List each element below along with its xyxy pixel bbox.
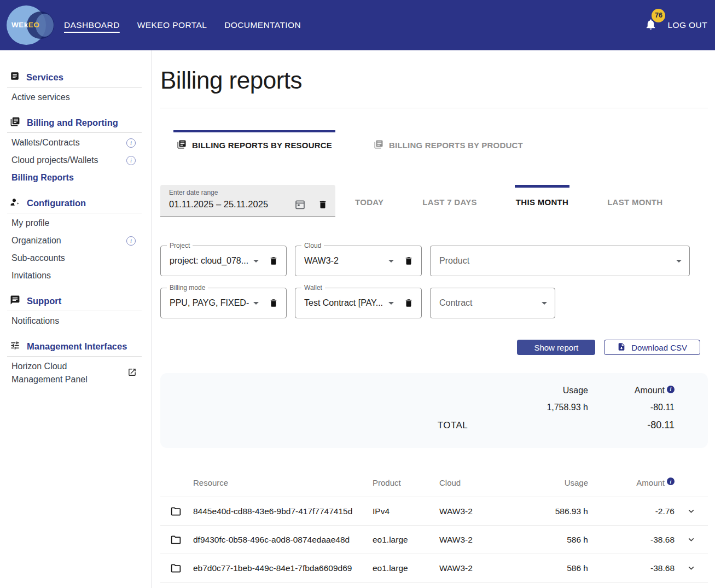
cloud-select[interactable]: Cloud WAW3-2 xyxy=(295,246,422,276)
tab-label: BILLING REPORTS BY RESOURCE xyxy=(192,141,332,150)
cell-usage: 586.93 h xyxy=(521,507,588,516)
table-row: eb7d0c77-1beb-449c-84e1-7fbda6609d69 eo1… xyxy=(160,554,708,583)
sidebar-item-my-profile[interactable]: My profile xyxy=(0,214,151,232)
col-header-usage: Usage xyxy=(521,478,588,487)
nav-link-wekeo-portal[interactable]: WEKEO PORTAL xyxy=(137,20,207,30)
expand-row-chevron-icon[interactable] xyxy=(687,507,696,516)
wekeo-logo[interactable]: WEkEO xyxy=(7,5,47,45)
cell-cloud: WAW3-2 xyxy=(439,507,521,516)
wallet-select-label: Wallet xyxy=(301,284,325,292)
table-row: df9430fc-0b58-496c-a0d8-0874edaae48d eo1… xyxy=(160,526,708,554)
sidebar-item-label: Organization xyxy=(11,236,61,246)
clear-wallet-trash-icon[interactable] xyxy=(404,298,414,308)
info-icon[interactable] xyxy=(667,386,675,393)
chevron-down-icon xyxy=(253,260,259,263)
tab-label: BILLING REPORTS BY PRODUCT xyxy=(389,141,523,150)
library-books-icon xyxy=(374,139,383,151)
sidebar-item-active-services[interactable]: Active services xyxy=(0,89,151,106)
divider xyxy=(7,356,142,357)
sidebar-item-billing-reports[interactable]: Billing Reports xyxy=(0,169,151,187)
sidebar-item-horizon-cloud-panel[interactable]: Horizon Cloud Management Panel xyxy=(0,358,151,388)
divider xyxy=(7,213,142,213)
sidebar-section-management-interfaces-header: Management Interfaces xyxy=(0,340,151,353)
period-quick-filters: TODAY LAST 7 DAYS THIS MONTH LAST MONTH xyxy=(354,185,700,217)
filters: Project project: cloud_078... Cloud WAW3… xyxy=(160,246,708,318)
library-books-icon xyxy=(177,139,187,151)
manage-accounts-icon xyxy=(10,197,20,209)
tab-billing-reports-by-product[interactable]: BILLING REPORTS BY PRODUCT xyxy=(370,130,526,156)
contract-select[interactable]: Contract xyxy=(430,288,555,318)
col-header-product: Product xyxy=(373,478,439,487)
project-select[interactable]: Project project: cloud_078... xyxy=(160,246,287,276)
cloud-select-value: WAW3-2 xyxy=(304,256,384,266)
clear-project-trash-icon[interactable] xyxy=(269,255,278,266)
cell-product: eo1.large xyxy=(373,535,439,545)
notifications-bell-button[interactable]: 76 xyxy=(644,18,657,33)
nav-link-dashboard[interactable]: DASHBOARD xyxy=(64,20,120,30)
section-title: Services xyxy=(26,72,63,83)
tab-billing-reports-by-resource[interactable]: BILLING REPORTS BY RESOURCE xyxy=(173,130,335,156)
calendar-icon[interactable] xyxy=(294,199,306,210)
info-icon[interactable] xyxy=(126,236,136,246)
clear-billing-mode-trash-icon[interactable] xyxy=(269,298,278,308)
divider xyxy=(7,132,142,133)
col-header-amount: Amount xyxy=(588,478,675,488)
period-today[interactable]: TODAY xyxy=(354,185,385,217)
clear-cloud-trash-icon[interactable] xyxy=(404,255,414,266)
period-last-7-days[interactable]: LAST 7 DAYS xyxy=(421,185,478,217)
wallet-select-value: Test Contract [PAY... xyxy=(304,298,384,308)
cell-amount: -38.68 xyxy=(588,535,675,545)
period-last-month[interactable]: LAST MONTH xyxy=(606,185,664,217)
info-icon[interactable] xyxy=(126,138,136,148)
billing-mode-select-value: PPU, PAYG, FIXED-... xyxy=(170,298,249,308)
cell-resource: eb7d0c77-1beb-449c-84e1-7fbda6609d69 xyxy=(193,563,373,573)
nav-links: DASHBOARD WEKEO PORTAL DOCUMENTATION xyxy=(64,20,301,30)
section-title: Management Interfaces xyxy=(27,341,127,352)
cell-product: eo1.large xyxy=(373,563,439,573)
expand-row-chevron-icon[interactable] xyxy=(687,563,696,573)
sidebar-section-configuration: Configuration My profile Organization Su… xyxy=(0,196,151,284)
clear-date-trash-icon[interactable] xyxy=(318,199,328,210)
sidebar-item-notifications[interactable]: Notifications xyxy=(0,312,151,330)
info-icon[interactable] xyxy=(126,156,136,165)
sidebar-item-organization[interactable]: Organization xyxy=(0,232,151,249)
cell-cloud: WAW3-2 xyxy=(439,563,521,573)
nav-right: 76 LOG OUT xyxy=(644,18,707,33)
period-this-month[interactable]: THIS MONTH xyxy=(515,185,569,217)
billing-mode-select[interactable]: Billing mode PPU, PAYG, FIXED-... xyxy=(160,288,287,318)
show-report-button[interactable]: Show report xyxy=(517,340,595,355)
logout-button[interactable]: LOG OUT xyxy=(667,20,707,30)
cell-usage: 586 h xyxy=(521,535,588,545)
sidebar-section-configuration-header: Configuration xyxy=(0,196,151,209)
download-csv-button[interactable]: Download CSV xyxy=(604,340,700,355)
report-tabs: BILLING REPORTS BY RESOURCE BILLING REPO… xyxy=(160,130,708,156)
sidebar-item-cloud-projects-wallets[interactable]: Cloud projects/Wallets xyxy=(0,152,151,169)
section-title: Configuration xyxy=(27,198,86,208)
sidebar-section-services: Services Active services xyxy=(0,71,151,106)
sidebar-item-sub-accounts[interactable]: Sub-accounts xyxy=(0,249,151,267)
expand-row-chevron-icon[interactable] xyxy=(687,535,696,544)
info-icon[interactable] xyxy=(667,478,675,485)
contract-select-placeholder: Contract xyxy=(439,298,537,308)
sidebar-item-wallets-contracts[interactable]: Wallets/Contracts xyxy=(0,134,151,152)
summary-amount-header: Amount xyxy=(588,386,675,395)
sidebar-section-management-interfaces: Management Interfaces Horizon Cloud Mana… xyxy=(0,340,151,388)
section-title: Support xyxy=(27,296,61,306)
date-range-label: Enter date range xyxy=(169,189,328,196)
main-content: Billing reports BILLING REPORTS BY RESOU… xyxy=(152,50,715,588)
sidebar-section-support-header: Support xyxy=(0,294,151,307)
actions-row: Show report Download CSV xyxy=(160,340,708,355)
billing-mode-select-label: Billing mode xyxy=(167,284,208,292)
nav-link-documentation[interactable]: DOCUMENTATION xyxy=(224,20,301,30)
sidebar-item-invitations[interactable]: Invitations xyxy=(0,267,151,284)
wallet-select[interactable]: Wallet Test Contract [PAY... xyxy=(295,288,422,318)
cell-resource: 8445e40d-cd88-43e6-9bd7-417f7747415d xyxy=(193,507,373,516)
summary-usage-header: Usage xyxy=(468,386,588,395)
date-range-input[interactable]: Enter date range 01.11.2025 – 25.11.2025 xyxy=(160,185,335,217)
product-select[interactable]: Product xyxy=(430,246,690,276)
cell-cloud: WAW3-2 xyxy=(439,535,521,545)
cell-product: IPv4 xyxy=(373,507,439,516)
cell-amount: -38.68 xyxy=(588,563,675,573)
summary-usage-value: 1,758.93 h xyxy=(468,403,588,412)
summary-amount-value: -80.11 xyxy=(588,403,675,412)
